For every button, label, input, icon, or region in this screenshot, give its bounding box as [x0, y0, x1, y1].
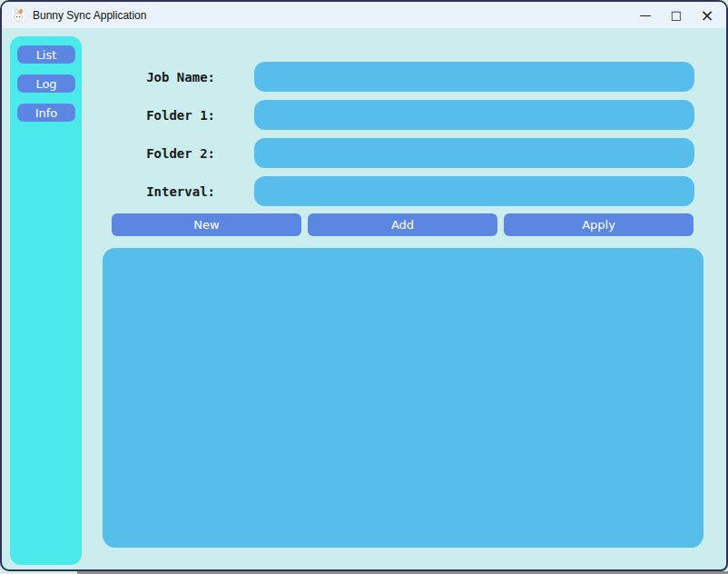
apply-button[interactable]: Apply [504, 213, 694, 236]
add-button[interactable]: Add [308, 213, 497, 236]
new-button[interactable]: New [112, 213, 301, 236]
window-title: Bunny Sync Application [33, 9, 146, 22]
title-bar: Bunny Sync Application — □ × [2, 2, 726, 28]
folder-1-label: Folder 1: [106, 107, 215, 124]
sidebar-item-log[interactable]: Log [17, 74, 75, 93]
folder-2-label: Folder 2: [106, 145, 215, 162]
sidebar-item-list[interactable]: List [17, 45, 75, 64]
job-name-label: Job Name: [106, 69, 215, 85]
output-panel[interactable] [103, 248, 703, 548]
sidebar-item-info[interactable]: Info [17, 104, 75, 122]
folder-1-input[interactable] [254, 100, 694, 130]
interval-label: Interval: [106, 183, 215, 200]
bunny-app-icon [11, 8, 25, 23]
folder-2-input[interactable] [254, 138, 694, 168]
minimize-button[interactable]: — [630, 4, 661, 27]
interval-input[interactable] [254, 176, 694, 206]
close-button[interactable]: × [692, 4, 723, 27]
window-controls: — □ × [630, 2, 723, 28]
sidebar: List Log Info [10, 36, 82, 565]
maximize-button[interactable]: □ [661, 4, 692, 27]
job-name-input[interactable] [254, 62, 694, 92]
